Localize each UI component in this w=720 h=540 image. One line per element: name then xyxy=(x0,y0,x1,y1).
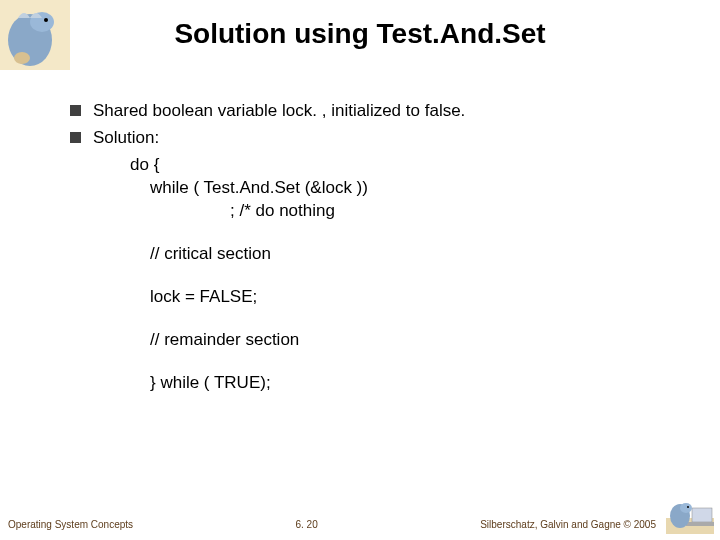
svg-point-10 xyxy=(687,506,689,508)
footer-left-text: Operating System Concepts xyxy=(8,519,133,530)
bullet-item: Shared boolean variable lock. , initiali… xyxy=(70,100,680,123)
code-line: // remainder section xyxy=(70,329,680,352)
code-line: } while ( TRUE); xyxy=(70,372,680,395)
code-line: while ( Test.And.Set (&lock )) xyxy=(70,177,680,200)
slide-title: Solution using Test.And.Set xyxy=(0,0,720,50)
bullet-text: Solution: xyxy=(93,127,159,150)
svg-point-9 xyxy=(680,503,692,513)
slide-content: Shared boolean variable lock. , initiali… xyxy=(70,100,680,394)
bullet-item: Solution: xyxy=(70,127,680,150)
square-bullet-icon xyxy=(70,132,81,143)
code-line: do { xyxy=(70,154,680,177)
square-bullet-icon xyxy=(70,105,81,116)
footer-page-number: 6. 20 xyxy=(133,519,480,530)
slide-footer: Operating System Concepts 6. 20 Silbersc… xyxy=(0,519,720,530)
bullet-text: Shared boolean variable lock. , initiali… xyxy=(93,100,465,123)
svg-point-3 xyxy=(44,18,48,22)
code-line: lock = FALSE; xyxy=(70,286,680,309)
footer-right-text: Silberschatz, Galvin and Gagne © 2005 xyxy=(480,519,712,530)
dino-mascot-top-icon xyxy=(0,0,70,70)
svg-point-4 xyxy=(14,52,30,64)
code-line: // critical section xyxy=(70,243,680,266)
code-line: ; /* do nothing xyxy=(70,200,680,223)
